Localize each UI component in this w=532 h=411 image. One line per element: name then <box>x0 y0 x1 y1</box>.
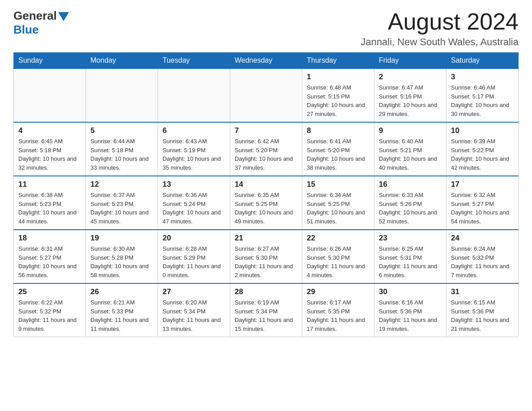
day-number: 6 <box>163 126 225 135</box>
day-info: Sunrise: 6:43 AMSunset: 5:19 PMDaylight:… <box>163 137 225 172</box>
month-title: August 2024 <box>360 9 519 34</box>
day-number: 4 <box>18 126 81 135</box>
day-info: Sunrise: 6:25 AMSunset: 5:31 PMDaylight:… <box>379 244 442 279</box>
location-subtitle: Jannali, New South Wales, Australia <box>360 36 519 48</box>
logo-triangle-icon <box>58 12 69 21</box>
week-row: 25Sunrise: 6:22 AMSunset: 5:32 PMDayligh… <box>14 283 519 337</box>
day-info: Sunrise: 6:46 AMSunset: 5:17 PMDaylight:… <box>451 83 514 118</box>
calendar-cell: 11Sunrise: 6:38 AMSunset: 5:23 PMDayligh… <box>14 176 86 230</box>
day-number: 13 <box>163 180 225 189</box>
day-info: Sunrise: 6:32 AMSunset: 5:27 PMDaylight:… <box>451 191 514 226</box>
logo: General Blue <box>13 9 69 37</box>
day-info: Sunrise: 6:37 AMSunset: 5:23 PMDaylight:… <box>90 191 153 226</box>
day-number: 25 <box>18 287 81 296</box>
logo-blue-text: Blue <box>13 23 39 37</box>
day-number: 2 <box>379 73 442 81</box>
day-info: Sunrise: 6:40 AMSunset: 5:21 PMDaylight:… <box>379 137 442 172</box>
calendar-day-header: Tuesday <box>158 53 230 69</box>
calendar-cell: 17Sunrise: 6:32 AMSunset: 5:27 PMDayligh… <box>446 176 519 230</box>
calendar-cell: 21Sunrise: 6:27 AMSunset: 5:30 PMDayligh… <box>230 230 302 283</box>
day-number: 30 <box>379 287 442 296</box>
day-number: 29 <box>307 287 369 296</box>
calendar-cell: 15Sunrise: 6:34 AMSunset: 5:25 PMDayligh… <box>302 176 374 230</box>
calendar-cell: 14Sunrise: 6:35 AMSunset: 5:25 PMDayligh… <box>230 176 302 230</box>
calendar-cell: 31Sunrise: 6:15 AMSunset: 5:36 PMDayligh… <box>446 283 519 337</box>
day-info: Sunrise: 6:45 AMSunset: 5:18 PMDaylight:… <box>18 137 81 172</box>
calendar-day-header: Sunday <box>14 53 86 69</box>
calendar-table: SundayMondayTuesdayWednesdayThursdayFrid… <box>13 52 519 337</box>
calendar-day-header: Friday <box>374 53 446 69</box>
day-number: 18 <box>18 234 81 243</box>
day-number: 1 <box>307 73 369 81</box>
calendar-cell: 18Sunrise: 6:31 AMSunset: 5:27 PMDayligh… <box>14 230 86 283</box>
day-info: Sunrise: 6:16 AMSunset: 5:36 PMDaylight:… <box>379 298 442 333</box>
day-number: 8 <box>307 126 369 135</box>
day-number: 7 <box>235 126 297 135</box>
day-number: 9 <box>379 126 442 135</box>
calendar-cell: 16Sunrise: 6:33 AMSunset: 5:26 PMDayligh… <box>374 176 446 230</box>
day-info: Sunrise: 6:26 AMSunset: 5:30 PMDaylight:… <box>307 244 369 279</box>
calendar-cell: 28Sunrise: 6:19 AMSunset: 5:34 PMDayligh… <box>230 283 302 337</box>
day-number: 22 <box>307 234 369 243</box>
day-info: Sunrise: 6:42 AMSunset: 5:20 PMDaylight:… <box>235 137 297 172</box>
calendar-cell: 25Sunrise: 6:22 AMSunset: 5:32 PMDayligh… <box>14 283 86 337</box>
calendar-cell: 2Sunrise: 6:47 AMSunset: 5:16 PMDaylight… <box>374 68 446 122</box>
week-row: 4Sunrise: 6:45 AMSunset: 5:18 PMDaylight… <box>14 122 519 176</box>
calendar-day-header: Monday <box>86 53 158 69</box>
day-info: Sunrise: 6:36 AMSunset: 5:24 PMDaylight:… <box>163 191 225 226</box>
day-number: 28 <box>235 287 297 296</box>
day-number: 15 <box>307 180 369 189</box>
day-number: 23 <box>379 234 442 243</box>
calendar-cell: 1Sunrise: 6:48 AMSunset: 5:15 PMDaylight… <box>302 68 374 122</box>
day-info: Sunrise: 6:47 AMSunset: 5:16 PMDaylight:… <box>379 83 442 118</box>
calendar-cell: 9Sunrise: 6:40 AMSunset: 5:21 PMDaylight… <box>374 122 446 176</box>
day-number: 10 <box>451 126 514 135</box>
day-number: 16 <box>379 180 442 189</box>
day-info: Sunrise: 6:35 AMSunset: 5:25 PMDaylight:… <box>235 191 297 226</box>
day-info: Sunrise: 6:30 AMSunset: 5:28 PMDaylight:… <box>90 244 153 279</box>
day-info: Sunrise: 6:22 AMSunset: 5:32 PMDaylight:… <box>18 298 81 333</box>
calendar-cell: 3Sunrise: 6:46 AMSunset: 5:17 PMDaylight… <box>446 68 519 122</box>
calendar-cell: 4Sunrise: 6:45 AMSunset: 5:18 PMDaylight… <box>14 122 86 176</box>
calendar-cell: 12Sunrise: 6:37 AMSunset: 5:23 PMDayligh… <box>86 176 158 230</box>
calendar-cell <box>158 68 230 122</box>
day-number: 24 <box>451 234 514 243</box>
calendar-day-header: Thursday <box>302 53 374 69</box>
day-info: Sunrise: 6:39 AMSunset: 5:22 PMDaylight:… <box>451 137 514 172</box>
day-info: Sunrise: 6:15 AMSunset: 5:36 PMDaylight:… <box>451 298 514 333</box>
day-number: 19 <box>90 234 153 243</box>
day-info: Sunrise: 6:44 AMSunset: 5:18 PMDaylight:… <box>90 137 153 172</box>
calendar-header-row: SundayMondayTuesdayWednesdayThursdayFrid… <box>14 53 519 69</box>
day-info: Sunrise: 6:34 AMSunset: 5:25 PMDaylight:… <box>307 191 369 226</box>
calendar-cell: 19Sunrise: 6:30 AMSunset: 5:28 PMDayligh… <box>86 230 158 283</box>
calendar-cell: 30Sunrise: 6:16 AMSunset: 5:36 PMDayligh… <box>374 283 446 337</box>
calendar-cell: 29Sunrise: 6:17 AMSunset: 5:35 PMDayligh… <box>302 283 374 337</box>
week-row: 11Sunrise: 6:38 AMSunset: 5:23 PMDayligh… <box>14 176 519 230</box>
day-info: Sunrise: 6:20 AMSunset: 5:34 PMDaylight:… <box>163 298 225 333</box>
day-info: Sunrise: 6:41 AMSunset: 5:20 PMDaylight:… <box>307 137 369 172</box>
day-number: 3 <box>451 73 514 81</box>
day-number: 5 <box>90 126 153 135</box>
calendar-cell: 24Sunrise: 6:24 AMSunset: 5:32 PMDayligh… <box>446 230 519 283</box>
day-number: 27 <box>163 287 225 296</box>
week-row: 1Sunrise: 6:48 AMSunset: 5:15 PMDaylight… <box>14 68 519 122</box>
day-info: Sunrise: 6:31 AMSunset: 5:27 PMDaylight:… <box>18 244 81 279</box>
page-header: General Blue August 2024 Jannali, New So… <box>13 9 519 48</box>
day-info: Sunrise: 6:17 AMSunset: 5:35 PMDaylight:… <box>307 298 369 333</box>
day-number: 14 <box>235 180 297 189</box>
calendar-cell <box>86 68 158 122</box>
calendar-cell: 7Sunrise: 6:42 AMSunset: 5:20 PMDaylight… <box>230 122 302 176</box>
day-number: 17 <box>451 180 514 189</box>
day-number: 21 <box>235 234 297 243</box>
calendar-cell: 8Sunrise: 6:41 AMSunset: 5:20 PMDaylight… <box>302 122 374 176</box>
day-info: Sunrise: 6:38 AMSunset: 5:23 PMDaylight:… <box>18 191 81 226</box>
day-number: 20 <box>163 234 225 243</box>
day-info: Sunrise: 6:28 AMSunset: 5:29 PMDaylight:… <box>163 244 225 279</box>
calendar-cell: 23Sunrise: 6:25 AMSunset: 5:31 PMDayligh… <box>374 230 446 283</box>
day-info: Sunrise: 6:21 AMSunset: 5:33 PMDaylight:… <box>90 298 153 333</box>
day-info: Sunrise: 6:33 AMSunset: 5:26 PMDaylight:… <box>379 191 442 226</box>
day-info: Sunrise: 6:48 AMSunset: 5:15 PMDaylight:… <box>307 83 369 118</box>
day-number: 26 <box>90 287 153 296</box>
calendar-cell <box>14 68 86 122</box>
calendar-cell: 22Sunrise: 6:26 AMSunset: 5:30 PMDayligh… <box>302 230 374 283</box>
